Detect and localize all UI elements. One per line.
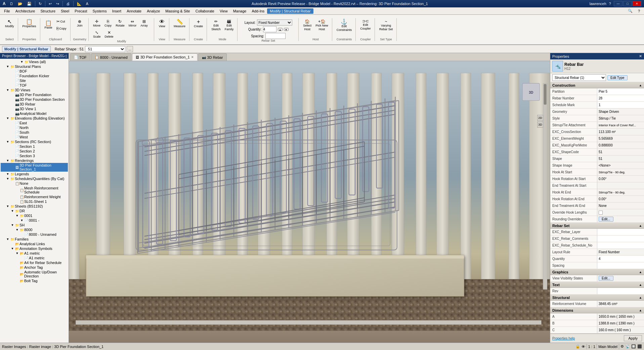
edit-sketch-btn[interactable]: ✏EditSketch — [210, 18, 222, 32]
tree-item-bof[interactable]: 📄BOF — [1, 69, 68, 74]
menu-precast[interactable]: Precast — [72, 8, 90, 14]
pick-new-host-btn[interactable]: +🏠Pick NewHost — [314, 18, 330, 32]
menu-addins[interactable]: Add-Ins — [249, 8, 267, 14]
value-partition[interactable]: Pier 5 — [597, 88, 644, 95]
edit-type-btn[interactable]: Edit Type — [607, 75, 628, 80]
edit-family-btn[interactable]: 👪EditFamily — [223, 18, 235, 32]
menu-systems[interactable]: Systems — [90, 8, 109, 14]
tree-toggle-renderings[interactable]: ▼ — [5, 159, 10, 162]
tree-toggle-elevations[interactable]: ▼ — [5, 117, 10, 120]
tree-toggle-0001[interactable]: ▼ — [15, 214, 19, 217]
maximize-btn[interactable]: □ — [623, 1, 632, 6]
menu-architecture[interactable]: Architecture — [13, 8, 38, 14]
rotate-btn[interactable]: ↻Rotate — [114, 18, 126, 29]
rebar-shape-select[interactable]: 51 — [85, 46, 125, 52]
tree-item-8000[interactable]: ▼📁8000 — [1, 227, 68, 232]
section-structural[interactable]: Structural ▲ — [550, 295, 644, 301]
tree-item-foundation-kicker[interactable]: 📄Foundation Kicker — [1, 74, 68, 78]
tree-item-section-1[interactable]: 📄Section 1 — [1, 144, 68, 149]
tree-item-bolt-tag[interactable]: 📂Bolt Tag — [1, 278, 68, 283]
tree-item-3d-rebar[interactable]: 📷3D Rebar — [1, 102, 68, 106]
apply-btn[interactable]: Apply — [624, 335, 642, 341]
tree-toggle-sheets[interactable]: ▼ — [5, 205, 10, 208]
menu-annotate[interactable]: Annotate — [124, 8, 144, 14]
tree-toggle-0001-dash[interactable]: ▼ — [19, 219, 24, 222]
create-btn[interactable]: +Create — [192, 18, 205, 29]
tree-item-3d-view-1[interactable]: 📷3D View 1 — [1, 106, 68, 111]
rounding-edit-btn[interactable]: Edit... — [599, 217, 613, 222]
sync-btn[interactable]: ↻ — [37, 1, 43, 7]
tree-item-south[interactable]: 📄South — [1, 130, 68, 135]
tree-item-north[interactable]: 📄North — [1, 125, 68, 130]
delete-btn[interactable]: ✕Delete — [103, 29, 115, 40]
spacing-input[interactable] — [265, 33, 286, 39]
properties-help-link[interactable]: Properties help — [552, 337, 575, 340]
tree-item-legends[interactable]: ▼📁Legends — [1, 172, 68, 176]
section-construction[interactable]: Construction ▲ — [550, 82, 644, 88]
tree-item-a1-metric[interactable]: ▼📂A1 metric — [1, 251, 68, 256]
tree-item-anchor-tag[interactable]: 📂Anchor Tag — [1, 265, 68, 270]
tree-item-a1-metric-child[interactable]: 📄A1 metric — [1, 256, 68, 260]
undo-btn[interactable]: ↩ — [47, 1, 53, 7]
layout-select[interactable]: Fixed Number Maximum Spacing Fixed Numbe… — [257, 19, 292, 26]
new-btn[interactable]: 🗋 — [8, 1, 15, 7]
tree-toggle-families[interactable]: ▼ — [5, 237, 10, 241]
properties-btn[interactable]: 📋 Properties — [21, 18, 38, 29]
print-btn[interactable]: 🖨 — [65, 1, 72, 7]
zoom-2d-btn[interactable]: 2D — [537, 115, 543, 121]
save-btn[interactable]: 💾 — [25, 1, 33, 7]
tree-item-east[interactable]: 📄East — [1, 121, 68, 125]
rebar-shape-more-btn[interactable]: ... — [127, 46, 133, 52]
copy-tool-btn[interactable]: ⎘Copy — [103, 18, 113, 29]
tree-item-mesh-sched[interactable]: 📋Mesh Reinforcement Schedule — [1, 186, 68, 194]
view-controls[interactable]: 2D 3D — [537, 115, 543, 128]
tree-item-structural-plans[interactable]: ▼📁Structural Plans — [1, 64, 68, 69]
tree-item-0001-dash[interactable]: ▼📄0001 - — [1, 218, 68, 223]
help-icon[interactable]: ? — [635, 8, 643, 14]
menu-insert[interactable]: Insert — [110, 8, 124, 14]
tree-item-3d-pier-foundation-section[interactable]: 📷3D Pier Foundation Section — [1, 97, 68, 102]
tree-item-tof[interactable]: 📄TOF — [1, 83, 68, 88]
tree-item-elevations[interactable]: ▼📁Elevations (Building Elevation) — [1, 116, 68, 121]
tree-item-schedules[interactable]: ▼📁Schedules/Quantities (By Cat) — [1, 176, 68, 181]
tree-toggle-sh[interactable]: ▼ — [10, 223, 15, 227]
tree-toggle-annot-symbols[interactable]: ▼ — [10, 247, 15, 250]
tree-toggle-dr[interactable]: ▼ — [10, 209, 15, 213]
tree-item-a4-rebar[interactable]: 📂A4 for Rebar Schedule — [1, 260, 68, 265]
section-graphics[interactable]: Graphics ▲ — [550, 269, 644, 275]
menu-view[interactable]: View — [217, 8, 230, 14]
quantity-down[interactable]: ▼ — [284, 28, 289, 31]
measure-btn[interactable]: 📐 — [75, 1, 83, 7]
section-dimensions[interactable]: Dimensions ▲ — [550, 307, 644, 313]
value-rebar-number[interactable]: 28 — [597, 95, 644, 101]
tree-toggle-legends[interactable]: ▼ — [5, 172, 10, 176]
zoom-3d-btn[interactable]: 3D — [537, 122, 543, 128]
tree-toggle-8000[interactable]: ▼ — [15, 228, 19, 231]
varying-rebar-set-btn[interactable]: ~VaryingRebar Set — [378, 18, 395, 32]
tree-item-reinf-weight[interactable]: 📋Reinforcement Weight — [1, 194, 68, 199]
tree-item-west[interactable]: 📄West — [1, 135, 68, 139]
pp-close-icon[interactable]: ✕ — [639, 54, 642, 58]
section-text[interactable]: Text ▲ — [550, 282, 644, 288]
tree-item-sheets[interactable]: ▼📁Sheets (BS1192) — [1, 204, 68, 209]
tree-toggle-structural-plans[interactable]: ▼ — [5, 65, 10, 68]
paste-btn[interactable]: 📋 Paste — [43, 19, 54, 31]
menu-steel[interactable]: Steel — [58, 8, 72, 14]
tree-toggle-schedules[interactable]: ▼ — [5, 177, 10, 180]
quantity-up[interactable]: ▲ — [278, 28, 283, 31]
value-spacing[interactable] — [597, 262, 644, 269]
tree-item-3d-views[interactable]: ▼📁3D Views — [1, 88, 68, 92]
tree-item-sl01[interactable]: 📋SL01-Sheet 1 — [1, 199, 68, 204]
value-override-hook[interactable] — [597, 209, 644, 216]
info-icon[interactable]: ? — [609, 2, 611, 6]
copy-btn[interactable]: ⎘Copy — [55, 25, 68, 32]
array-btn[interactable]: ⊞Array — [139, 18, 149, 29]
override-hook-checkbox[interactable] — [599, 211, 603, 215]
tree-item-auto-updown[interactable]: 📂Automatic Up/Down Direction — [1, 270, 68, 278]
value-rev[interactable] — [597, 288, 644, 294]
tree-item-renderings[interactable]: ▼📁Renderings — [1, 158, 68, 163]
tree-item-none[interactable]: 📋None — [1, 181, 68, 186]
tab-tof[interactable]: 📄 TOF — [70, 53, 90, 61]
move-btn[interactable]: ✛Move — [91, 18, 102, 29]
menu-collaborate[interactable]: Collaborate — [193, 8, 217, 14]
